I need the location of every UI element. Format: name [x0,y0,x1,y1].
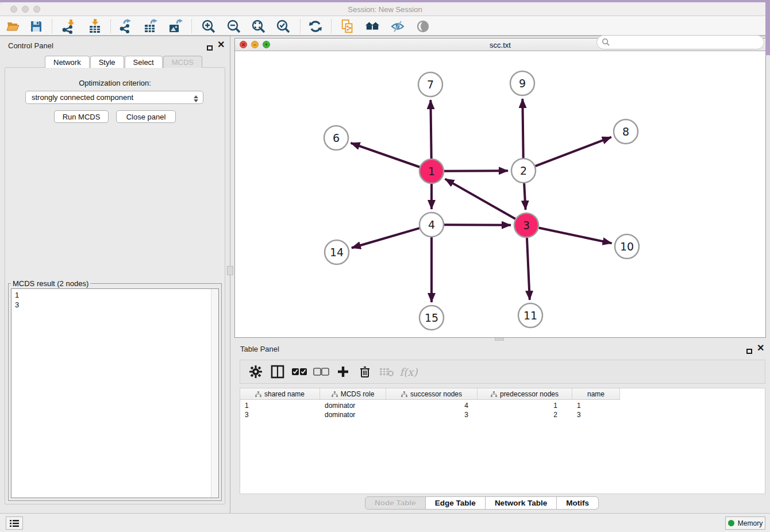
cell-predecessor-nodes[interactable]: 2 [478,410,572,419]
column-header-name[interactable]: name [572,388,620,400]
run-mcds-button[interactable]: Run MCDS [54,110,109,123]
node-label-2: 2 [520,164,527,177]
node-label-1: 1 [428,165,435,178]
node-label-14: 14 [330,246,344,259]
node-label-9: 9 [519,77,526,90]
edge-1-6[interactable] [351,143,419,167]
cell-mcds-role[interactable]: dominator [320,401,386,410]
cell-name[interactable]: 3 [572,410,620,419]
edge-2-9[interactable] [522,99,523,158]
mcds-result-title: MCDS result (2 nodes) [11,279,90,288]
chevron-updown-icon [194,93,198,105]
column-header-predecessor-nodes[interactable]: predecessor nodes [478,388,572,400]
cell-mcds-role[interactable]: dominator [320,410,386,419]
open-session-icon[interactable] [6,19,21,34]
tab-node-table[interactable]: Node Table [365,496,426,510]
column-header-shared-name[interactable]: shared name [240,388,320,400]
edge-3-1[interactable] [445,179,515,219]
memory-button[interactable]: Memory [725,516,765,530]
optimization-criterion-label: Optimization criterion: [5,79,225,87]
attribute-icon [401,391,407,398]
table-toolbar: f(x) [240,360,765,384]
control-panel-title: Control Panel [8,41,53,50]
table-row[interactable]: 1 dominator 4 1 1 [240,401,620,410]
search-box[interactable] [596,35,764,49]
mcds-result-scrollbar[interactable] [211,289,218,498]
export-image-icon[interactable] [168,19,183,34]
edge-2-8[interactable] [536,137,611,167]
zoom-out-icon[interactable] [226,19,241,34]
cell-name[interactable]: 1 [572,401,620,410]
tab-style[interactable]: Style [90,56,124,68]
deselect-all-icon[interactable] [310,363,332,380]
vertical-splitter-handle[interactable] [227,266,233,275]
column-header-successor-nodes[interactable]: successor nodes [386,388,478,400]
table-row[interactable]: 3 dominator 3 2 3 [240,410,620,419]
tab-network-table[interactable]: Network Table [486,496,557,510]
search-input[interactable] [613,38,764,47]
home-icon[interactable] [365,19,380,34]
toolbar-separator [300,20,301,33]
import-network-icon[interactable] [61,19,76,34]
node-label-8: 8 [622,125,629,138]
refresh-icon[interactable] [308,19,323,34]
zoom-fit-icon[interactable] [251,19,265,34]
tab-motifs[interactable]: Motifs [557,496,599,510]
import-table-icon[interactable] [87,19,102,34]
criterion-select[interactable]: strongly connected component [25,91,203,104]
save-session-icon[interactable] [29,19,44,34]
attribute-icon [332,391,338,398]
column-header-mcds-role[interactable]: MCDS role [320,388,386,400]
edge-2-3[interactable] [524,183,525,210]
tab-mcds[interactable]: MCDS [163,56,202,68]
select-all-icon[interactable] [288,363,310,380]
list-icon [10,519,19,527]
network-graph: 1234678910111415 [235,51,765,337]
edge-3-11[interactable] [527,238,530,300]
window-title: Session: New Session [0,5,770,14]
memory-status-icon [728,520,734,526]
status-bar: Memory [0,513,770,532]
duplicate-network-icon[interactable] [340,19,355,34]
tab-network[interactable]: Network [45,56,90,68]
edge-1-7[interactable] [430,100,431,159]
edge-4-3[interactable] [444,225,511,225]
cell-successor-nodes[interactable]: 4 [386,401,478,410]
function-builder-icon[interactable]: f(x) [398,363,419,380]
control-panel-float-icon[interactable] [207,43,213,53]
export-network-icon[interactable] [118,19,133,34]
cell-successor-nodes[interactable]: 3 [386,410,478,419]
desktop-edge-top [0,0,770,2]
close-panel-button[interactable]: Close panel [116,110,176,123]
node-label-3: 3 [523,219,530,232]
cell-shared-name[interactable]: 1 [240,401,320,410]
table-panel-float-icon[interactable] [746,346,752,356]
tab-select[interactable]: Select [125,56,163,68]
edge-3-10[interactable] [539,228,612,244]
hide-panel-icon[interactable] [390,19,405,34]
edge-1-2[interactable] [444,171,508,171]
delete-table-icon[interactable] [376,363,398,380]
table-panel-close-icon[interactable]: ✕ [757,345,764,352]
add-row-icon[interactable] [332,363,354,380]
tab-edge-table[interactable]: Edge Table [426,496,486,510]
export-table-icon[interactable] [143,19,158,34]
edge-4-14[interactable] [352,228,419,248]
network-frame: ✕ − + scc.txt 1234678910111415 [234,38,766,338]
cell-shared-name[interactable]: 3 [240,410,320,419]
zoom-in-icon[interactable] [201,19,215,34]
toolbar-separator [110,20,111,33]
mcds-result-text[interactable]: 1 3 [11,288,219,498]
memory-label: Memory [738,519,763,527]
column-layout-icon[interactable] [267,363,288,380]
cell-predecessor-nodes[interactable]: 1 [478,401,572,410]
show-panel-icon[interactable] [415,19,430,34]
delete-row-icon[interactable] [354,363,376,380]
zoom-selected-icon[interactable] [275,19,290,34]
network-canvas[interactable]: 1234678910111415 [235,51,765,337]
task-history-button[interactable] [6,516,23,530]
node-label-7: 7 [427,78,434,91]
node-label-11: 11 [523,309,537,322]
control-panel-close-icon[interactable]: ✕ [217,41,225,48]
settings-gear-icon[interactable] [245,363,267,380]
